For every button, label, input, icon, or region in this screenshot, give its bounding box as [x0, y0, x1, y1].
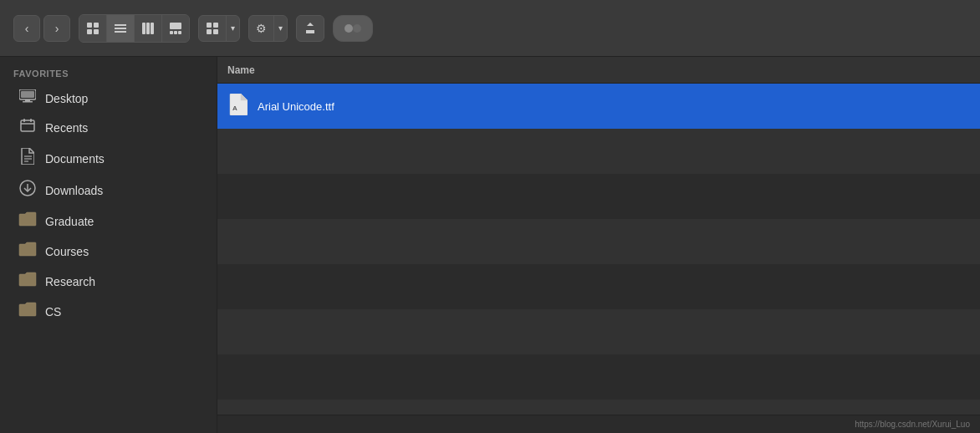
column-name-label: Name — [227, 64, 255, 76]
downloads-icon — [18, 180, 37, 201]
svg-rect-0 — [87, 23, 92, 28]
svg-rect-2 — [87, 29, 92, 34]
empty-row — [217, 400, 980, 415]
svg-rect-23 — [23, 101, 33, 103]
svg-rect-9 — [151, 23, 154, 34]
file-rows: A Arial Unicode.ttf — [217, 84, 980, 415]
file-list: Name A Arial Unicode.ttf — [217, 57, 980, 433]
cs-folder-icon — [18, 302, 37, 321]
url-text: https://blog.csdn.net/Xurui_Luo — [855, 420, 970, 429]
sidebar-item-documents[interactable]: Documents — [5, 143, 212, 174]
column-view-button[interactable] — [135, 15, 162, 42]
courses-folder-icon — [18, 242, 37, 261]
group-arrow: ▾ — [226, 16, 239, 41]
svg-rect-3 — [94, 29, 99, 34]
svg-rect-21 — [21, 91, 34, 98]
empty-row — [217, 129, 980, 174]
tag-button[interactable] — [333, 15, 373, 42]
view-group — [79, 14, 190, 43]
desktop-icon — [18, 89, 37, 107]
sidebar-item-research-label: Research — [45, 275, 95, 288]
svg-rect-6 — [115, 31, 126, 33]
sidebar-item-graduate[interactable]: Graduate — [5, 206, 212, 236]
group-icon — [199, 16, 226, 41]
sidebar-item-research[interactable]: Research — [5, 267, 212, 296]
svg-rect-5 — [115, 28, 126, 29]
svg-point-19 — [353, 24, 361, 33]
svg-rect-24 — [21, 120, 34, 131]
svg-rect-10 — [170, 23, 181, 29]
empty-row — [217, 309, 980, 354]
font-file-icon: A — [227, 94, 249, 120]
icon-view-button[interactable] — [79, 15, 107, 42]
file-list-header: Name — [217, 57, 980, 84]
main-container: Favorites Desktop R — [0, 57, 980, 433]
svg-rect-7 — [142, 23, 145, 34]
gear-arrow: ▾ — [273, 16, 287, 41]
toolbar: ‹ › — [0, 0, 980, 57]
action-button[interactable]: ⚙ ▾ — [248, 15, 288, 42]
svg-rect-8 — [146, 23, 150, 34]
sidebar-item-courses-label: Courses — [45, 245, 89, 258]
sidebar-item-downloads[interactable]: Downloads — [5, 175, 212, 206]
svg-rect-15 — [213, 23, 218, 28]
documents-icon — [18, 148, 37, 169]
empty-row — [217, 264, 980, 309]
sidebar-item-desktop-label: Desktop — [45, 92, 88, 105]
svg-rect-22 — [25, 99, 30, 101]
svg-rect-26 — [30, 119, 32, 122]
recents-icon — [18, 118, 37, 137]
sidebar: Favorites Desktop R — [0, 57, 217, 433]
group-button[interactable]: ▾ — [198, 15, 240, 42]
sidebar-item-cs-label: CS — [45, 305, 61, 318]
svg-text:A: A — [232, 104, 237, 112]
graduate-folder-icon — [18, 211, 37, 231]
empty-row — [217, 219, 980, 264]
svg-rect-25 — [23, 119, 25, 122]
sidebar-item-downloads-label: Downloads — [45, 184, 103, 197]
status-bar: https://blog.csdn.net/Xurui_Luo — [217, 415, 980, 433]
svg-rect-16 — [207, 29, 212, 34]
sidebar-item-graduate-label: Graduate — [45, 215, 94, 228]
svg-rect-13 — [178, 31, 181, 34]
gear-icon: ⚙ — [249, 16, 273, 41]
svg-rect-14 — [207, 23, 212, 28]
file-name-label: Arial Unicode.ttf — [258, 100, 334, 113]
empty-row — [217, 174, 980, 219]
research-folder-icon — [18, 272, 37, 291]
svg-rect-11 — [170, 31, 173, 34]
share-button[interactable] — [296, 15, 324, 42]
svg-point-18 — [345, 24, 353, 33]
favorites-label: Favorites — [0, 65, 217, 84]
back-button[interactable]: ‹ — [13, 15, 40, 42]
sidebar-item-recents[interactable]: Recents — [5, 113, 212, 142]
svg-rect-1 — [94, 23, 99, 28]
forward-button[interactable]: › — [43, 15, 70, 42]
list-view-button[interactable] — [107, 15, 135, 42]
sidebar-item-recents-label: Recents — [45, 121, 88, 135]
sidebar-item-cs[interactable]: CS — [5, 297, 212, 326]
gallery-view-button[interactable] — [162, 15, 189, 42]
svg-rect-4 — [115, 24, 126, 26]
empty-row — [217, 354, 980, 400]
svg-rect-12 — [174, 31, 177, 34]
sidebar-item-documents-label: Documents — [45, 152, 105, 166]
sidebar-item-courses[interactable]: Courses — [5, 237, 212, 266]
file-row[interactable]: A Arial Unicode.ttf — [217, 84, 980, 129]
nav-group: ‹ › — [13, 15, 70, 42]
svg-rect-17 — [213, 29, 218, 34]
sidebar-item-desktop[interactable]: Desktop — [5, 84, 212, 112]
